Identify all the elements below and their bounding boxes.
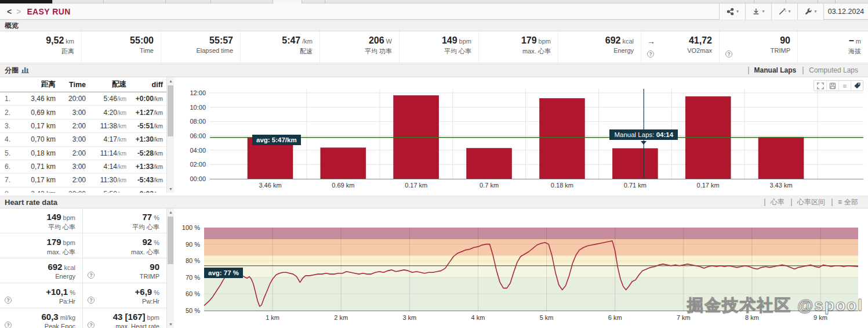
column-header: 配速 — [89, 77, 130, 92]
table-row: 4.0,70 km3:004:17/km+1:30/km — [0, 133, 166, 146]
help-icon[interactable]: ? — [88, 297, 95, 304]
stat-value: 179 — [521, 35, 537, 45]
download-button[interactable]: ▾ — [746, 3, 772, 20]
svg-text:50 %: 50 % — [186, 307, 200, 314]
forward-chevron-icon[interactable]: > — [14, 7, 23, 16]
heart-section-label: Heart rate data — [5, 198, 57, 207]
avg-tooltip: avg: 77 % — [204, 268, 243, 278]
lap-time: 2:00 — [59, 146, 89, 160]
lap-distance: 0,18 km — [15, 146, 59, 160]
stat-unit: % — [154, 214, 159, 221]
svg-text:3 km: 3 km — [402, 314, 416, 321]
stat-value: 692 — [48, 262, 62, 272]
stat-unit: bpm — [63, 214, 75, 221]
lap-time: 3:00 — [59, 133, 89, 146]
scrollbar-thumb[interactable] — [168, 85, 173, 136]
table-row: 3.0,17 km2:0011:38/km-5:51/km — [0, 119, 166, 132]
stat-label: 平均 功率 — [322, 47, 392, 56]
laps-scrollbar[interactable]: ▲ ▼ — [166, 77, 174, 193]
lap-time: 3:00 — [59, 106, 89, 119]
laps-tab-computed-laps[interactable]: Computed Laps — [802, 67, 863, 74]
laps-data-table: 距离Time配速diff1.3,46 km20:005:46/km+0:00/k… — [0, 77, 166, 193]
activity-header: < > EASY RUN ▾▾▾▾ 03.12.2024 — [0, 3, 868, 20]
table-row: 1.3,46 km20:005:46/km+0:00/km — [0, 92, 166, 106]
heart-scrollbar[interactable]: ▲ ▼ — [166, 208, 174, 328]
bar-chart-icon — [21, 67, 29, 75]
wrench-button[interactable]: ▾ — [798, 3, 824, 20]
stat-max-hr: 179bpmmax. 心率 — [478, 31, 558, 63]
help-icon[interactable]: ? — [5, 322, 12, 328]
stat-value: 43 [167] — [113, 312, 146, 322]
svg-text:9 km: 9 km — [813, 314, 827, 321]
trend-right-icon: → — [647, 37, 655, 46]
lap-time: 2:00 — [59, 119, 89, 132]
header-toolbar: ▾▾▾▾ — [719, 3, 824, 20]
lap-index: 5. — [0, 146, 15, 160]
table-row: 8.3,43 km20:005:50/km-0:03/km — [0, 187, 166, 193]
list-icon[interactable]: ≡ — [838, 81, 851, 91]
laps-table: 距离Time配速diff1.3,46 km20:005:46/km+0:00/k… — [0, 77, 166, 193]
table-row: 2.0,69 km3:004:20/km+1:27/km — [0, 106, 166, 119]
tooltip-arrow — [641, 141, 647, 145]
stat-value: 41,72 — [689, 35, 712, 45]
hr-stat-max-hr-pct: 92%max. 心率 — [83, 233, 166, 258]
stat-energy: 692kcalEnergy — [558, 31, 641, 63]
tab-label: 心率 — [771, 199, 785, 206]
svg-text:10:00: 10:00 — [190, 104, 206, 111]
lap-pace: 4:14/km — [89, 160, 130, 173]
lap-pace: 4:17/km — [89, 133, 130, 146]
help-icon[interactable]: ? — [88, 272, 95, 279]
stat-unit: bpm — [63, 239, 75, 246]
wrench-icon — [804, 8, 812, 16]
back-chevron-icon[interactable]: < — [5, 7, 14, 16]
lap-distance: 0,17 km — [15, 119, 59, 132]
stat-label: Pa:Hr — [2, 298, 75, 305]
svg-text:7 km: 7 km — [677, 314, 691, 321]
laps-tab-manual-laps[interactable]: Manual Laps — [748, 67, 802, 74]
heart-stats-panel: 149bpm平均 心率77%平均 心率179bpmmax. 心率92%max. … — [0, 208, 166, 328]
tag-icon[interactable] — [851, 81, 863, 91]
svg-text:06:00: 06:00 — [190, 132, 206, 139]
chevron-down-icon: ▾ — [788, 9, 790, 14]
stat-unit: kcal — [622, 38, 634, 45]
page-title: EASY RUN — [27, 7, 70, 16]
help-icon[interactable]: ? — [647, 51, 654, 57]
stat-label: Pw:Hr — [85, 298, 159, 305]
lap-diff: -5:28/km — [130, 146, 166, 160]
svg-text:6 km: 6 km — [608, 314, 622, 321]
heart-tab-全部[interactable]: ≡全部 — [831, 199, 863, 206]
wand-button[interactable]: ▾ — [772, 3, 798, 20]
lap-pace-chart[interactable]: ≡ 00:0002:0004:0006:0008:0010:0012:003.4… — [174, 77, 868, 193]
scrollbar-thumb[interactable] — [168, 217, 173, 264]
expand-icon[interactable] — [814, 81, 826, 91]
help-icon[interactable]: ? — [88, 322, 95, 328]
overview-section-bar: 概览 — [0, 20, 868, 31]
lap-pace: 11:30/km — [89, 174, 130, 187]
heart-rate-chart[interactable]: 50 %60 %70 %80 %90 %100 %1 km2 km3 km4 k… — [174, 208, 868, 328]
hr-stat-pw-hr: +6,9%Pw:Hr? — [83, 283, 166, 308]
stat-label: 平均 心率 — [402, 47, 471, 56]
svg-text:8 km: 8 km — [745, 314, 759, 321]
lap-index: 4. — [0, 133, 15, 146]
svg-text:60 %: 60 % — [186, 290, 200, 297]
share-button[interactable]: ▾ — [720, 3, 746, 20]
activity-date[interactable]: 03.12.2024 — [824, 8, 868, 16]
heart-tab-心率[interactable]: 心率 — [764, 199, 790, 206]
lap-diff: +1:30/km — [130, 133, 166, 146]
help-icon[interactable]: ? — [5, 297, 12, 304]
lap-index: 2. — [0, 106, 15, 119]
stat-time: 55:00Time — [81, 31, 161, 63]
stat-value: +6,9 — [135, 287, 152, 297]
stat-label: 距离 — [2, 47, 74, 56]
column-header — [0, 77, 15, 92]
stat-value: 60,3 — [42, 312, 59, 322]
download-icon — [752, 8, 760, 16]
save-icon[interactable] — [826, 81, 838, 91]
stat-avg-power: 206W平均 功率 — [319, 31, 399, 63]
heart-tab-心率区间[interactable]: 心率区间 — [791, 199, 830, 206]
lap-time: 3:00 — [59, 160, 89, 173]
svg-text:0.7 km: 0.7 km — [480, 182, 499, 189]
help-icon[interactable]: ? — [725, 51, 732, 57]
stat-value: 92 — [143, 237, 152, 247]
lap-pace: 5:50/km — [89, 187, 130, 193]
